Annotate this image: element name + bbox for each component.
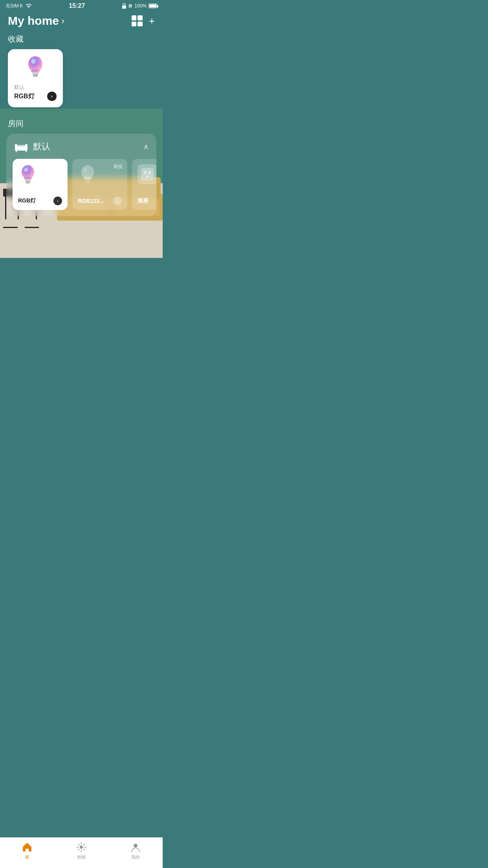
app-header: My home › + [0, 11, 163, 34]
device-card-1[interactable]: RGB灯 › [13, 159, 68, 210]
svg-rect-13 [25, 180, 31, 182]
lock-icon [122, 3, 127, 9]
home-title-text: My home [8, 14, 59, 28]
device-name-2: RGB123... [78, 198, 104, 204]
favorite-device-arrow[interactable]: › [47, 92, 57, 101]
favorite-device-model: RGB灯 › [14, 92, 57, 101]
rooms-panel: 默认 ∧ [6, 134, 156, 216]
battery-icon [149, 4, 157, 8]
svg-rect-22 [141, 168, 154, 180]
svg-rect-14 [26, 181, 31, 182]
header-actions: + [132, 15, 155, 26]
device-arrow-2[interactable]: › [113, 197, 122, 205]
room-name-text: 默认 [33, 141, 50, 153]
status-right: 100% [122, 3, 157, 9]
device-card-2[interactable]: 离线 RGB123... [72, 159, 127, 210]
favorites-label: 收藏 [0, 34, 163, 49]
svg-point-5 [31, 59, 35, 64]
svg-rect-23 [144, 171, 146, 174]
device-card-1-bottom: RGB灯 › [18, 197, 62, 205]
wifi-icon [26, 4, 32, 8]
rooms-label: 房间 [0, 118, 163, 134]
svg-rect-7 [15, 144, 17, 147]
room-collapse-icon[interactable]: ∧ [143, 142, 149, 151]
rgb-light-icon-1 [18, 164, 38, 186]
favorites-section: 收藏 [0, 34, 163, 107]
svg-rect-8 [25, 144, 28, 147]
time-display: 15:27 [69, 2, 85, 9]
svg-point-16 [24, 168, 28, 172]
svg-rect-4 [33, 75, 38, 77]
add-device-button[interactable]: + [149, 16, 155, 26]
favorite-device-card[interactable]: 默认 RGB灯 › [8, 49, 63, 107]
plug-icon-3 [138, 164, 156, 186]
grid-cell-1 [132, 15, 137, 20]
device-card-2-bottom: RGB123... › [78, 197, 122, 205]
device-name-1: RGB灯 [18, 197, 36, 204]
status-bar: 无SIM卡 15:27 100% [0, 0, 163, 11]
offline-badge-2: 离线 [113, 164, 123, 170]
svg-point-21 [84, 168, 87, 172]
room-header-left: 默认 [14, 141, 50, 153]
room-header[interactable]: 默认 ∧ [6, 134, 156, 159]
home-title-chevron: › [61, 15, 64, 26]
bluetooth-icon [128, 3, 132, 9]
carrier-text: 无SIM卡 [6, 3, 23, 9]
device-arrow-1[interactable]: › [53, 197, 62, 205]
favorite-device-name: 默认 [14, 84, 57, 91]
home-title-group[interactable]: My home › [8, 14, 64, 28]
svg-rect-24 [149, 171, 150, 174]
app-container: 无SIM卡 15:27 100% [0, 0, 163, 289]
device-grid: RGB灯 › 离线 [6, 159, 156, 210]
device-card-3[interactable]: 插座 › [132, 159, 156, 210]
grid-cell-4 [138, 22, 143, 27]
rooms-section: 房间 [0, 118, 163, 216]
svg-rect-0 [122, 6, 126, 9]
grid-view-button[interactable] [132, 15, 143, 26]
svg-rect-9 [17, 145, 25, 147]
svg-rect-20 [86, 182, 90, 184]
grid-cell-2 [138, 15, 143, 20]
device-name-3: 插座 [138, 197, 149, 204]
rgb-bulb-icon [24, 55, 46, 79]
svg-rect-18 [85, 180, 90, 182]
svg-rect-11 [26, 151, 27, 152]
svg-rect-10 [16, 151, 17, 152]
svg-rect-15 [26, 182, 30, 184]
svg-rect-2 [32, 73, 39, 74]
svg-point-25 [146, 176, 149, 178]
svg-rect-3 [33, 74, 38, 75]
room-icon [14, 141, 28, 152]
grid-cell-3 [132, 22, 137, 27]
battery-text: 100% [134, 3, 147, 9]
rgb-light-icon-2 [78, 164, 97, 186]
status-left: 无SIM卡 [6, 3, 32, 9]
svg-rect-19 [85, 181, 90, 182]
device-card-3-bottom: 插座 › [138, 197, 156, 205]
